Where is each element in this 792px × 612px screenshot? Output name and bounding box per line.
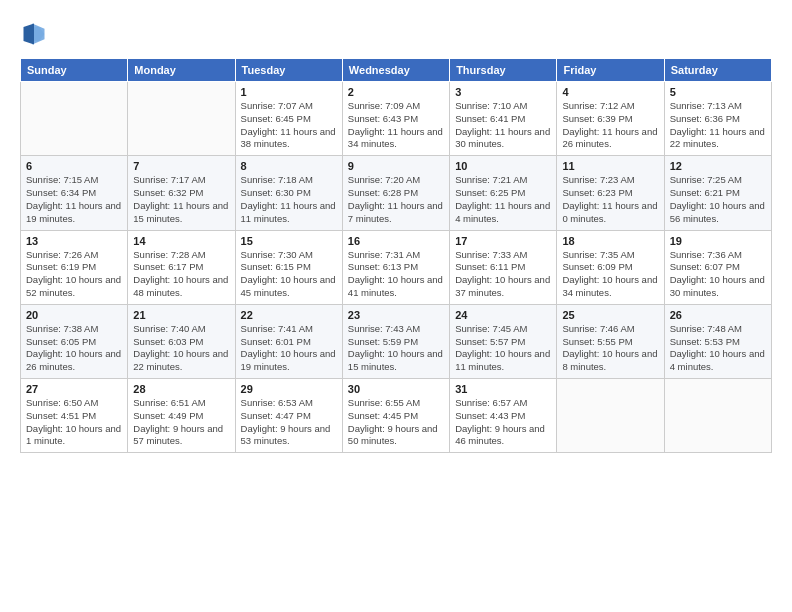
calendar-cell: 6Sunrise: 7:15 AMSunset: 6:34 PMDaylight… (21, 156, 128, 230)
day-number: 9 (348, 160, 444, 172)
calendar-cell: 2Sunrise: 7:09 AMSunset: 6:43 PMDaylight… (342, 82, 449, 156)
day-number: 5 (670, 86, 766, 98)
day-detail: Sunrise: 7:28 AMSunset: 6:17 PMDaylight:… (133, 249, 229, 300)
day-detail: Sunrise: 6:53 AMSunset: 4:47 PMDaylight:… (241, 397, 337, 448)
day-detail: Sunrise: 7:15 AMSunset: 6:34 PMDaylight:… (26, 174, 122, 225)
day-detail: Sunrise: 7:45 AMSunset: 5:57 PMDaylight:… (455, 323, 551, 374)
day-detail: Sunrise: 6:57 AMSunset: 4:43 PMDaylight:… (455, 397, 551, 448)
day-number: 4 (562, 86, 658, 98)
calendar-cell: 12Sunrise: 7:25 AMSunset: 6:21 PMDayligh… (664, 156, 771, 230)
calendar-cell: 29Sunrise: 6:53 AMSunset: 4:47 PMDayligh… (235, 379, 342, 453)
svg-marker-3 (24, 24, 35, 45)
day-detail: Sunrise: 7:33 AMSunset: 6:11 PMDaylight:… (455, 249, 551, 300)
day-number: 11 (562, 160, 658, 172)
calendar-header-wednesday: Wednesday (342, 59, 449, 82)
calendar-cell: 15Sunrise: 7:30 AMSunset: 6:15 PMDayligh… (235, 230, 342, 304)
calendar-cell: 30Sunrise: 6:55 AMSunset: 4:45 PMDayligh… (342, 379, 449, 453)
calendar-cell (557, 379, 664, 453)
day-number: 31 (455, 383, 551, 395)
day-detail: Sunrise: 7:20 AMSunset: 6:28 PMDaylight:… (348, 174, 444, 225)
calendar-week-3: 13Sunrise: 7:26 AMSunset: 6:19 PMDayligh… (21, 230, 772, 304)
day-number: 20 (26, 309, 122, 321)
calendar-cell: 11Sunrise: 7:23 AMSunset: 6:23 PMDayligh… (557, 156, 664, 230)
day-number: 14 (133, 235, 229, 247)
day-detail: Sunrise: 7:17 AMSunset: 6:32 PMDaylight:… (133, 174, 229, 225)
calendar-cell: 27Sunrise: 6:50 AMSunset: 4:51 PMDayligh… (21, 379, 128, 453)
calendar-cell: 19Sunrise: 7:36 AMSunset: 6:07 PMDayligh… (664, 230, 771, 304)
calendar-week-1: 1Sunrise: 7:07 AMSunset: 6:45 PMDaylight… (21, 82, 772, 156)
calendar-cell: 7Sunrise: 7:17 AMSunset: 6:32 PMDaylight… (128, 156, 235, 230)
day-detail: Sunrise: 7:12 AMSunset: 6:39 PMDaylight:… (562, 100, 658, 151)
calendar-header-tuesday: Tuesday (235, 59, 342, 82)
day-detail: Sunrise: 7:23 AMSunset: 6:23 PMDaylight:… (562, 174, 658, 225)
calendar-cell: 5Sunrise: 7:13 AMSunset: 6:36 PMDaylight… (664, 82, 771, 156)
calendar-cell: 1Sunrise: 7:07 AMSunset: 6:45 PMDaylight… (235, 82, 342, 156)
calendar-cell: 22Sunrise: 7:41 AMSunset: 6:01 PMDayligh… (235, 304, 342, 378)
day-detail: Sunrise: 6:50 AMSunset: 4:51 PMDaylight:… (26, 397, 122, 448)
day-detail: Sunrise: 7:43 AMSunset: 5:59 PMDaylight:… (348, 323, 444, 374)
day-detail: Sunrise: 7:48 AMSunset: 5:53 PMDaylight:… (670, 323, 766, 374)
day-number: 19 (670, 235, 766, 247)
day-detail: Sunrise: 7:25 AMSunset: 6:21 PMDaylight:… (670, 174, 766, 225)
day-detail: Sunrise: 7:40 AMSunset: 6:03 PMDaylight:… (133, 323, 229, 374)
day-detail: Sunrise: 7:26 AMSunset: 6:19 PMDaylight:… (26, 249, 122, 300)
calendar-cell: 8Sunrise: 7:18 AMSunset: 6:30 PMDaylight… (235, 156, 342, 230)
day-number: 21 (133, 309, 229, 321)
day-detail: Sunrise: 7:18 AMSunset: 6:30 PMDaylight:… (241, 174, 337, 225)
day-detail: Sunrise: 7:10 AMSunset: 6:41 PMDaylight:… (455, 100, 551, 151)
day-detail: Sunrise: 7:13 AMSunset: 6:36 PMDaylight:… (670, 100, 766, 151)
day-number: 13 (26, 235, 122, 247)
day-detail: Sunrise: 7:31 AMSunset: 6:13 PMDaylight:… (348, 249, 444, 300)
calendar-cell: 14Sunrise: 7:28 AMSunset: 6:17 PMDayligh… (128, 230, 235, 304)
day-detail: Sunrise: 7:07 AMSunset: 6:45 PMDaylight:… (241, 100, 337, 151)
day-number: 24 (455, 309, 551, 321)
calendar-header-saturday: Saturday (664, 59, 771, 82)
day-number: 28 (133, 383, 229, 395)
day-number: 1 (241, 86, 337, 98)
calendar-cell: 23Sunrise: 7:43 AMSunset: 5:59 PMDayligh… (342, 304, 449, 378)
day-detail: Sunrise: 6:51 AMSunset: 4:49 PMDaylight:… (133, 397, 229, 448)
calendar-cell: 21Sunrise: 7:40 AMSunset: 6:03 PMDayligh… (128, 304, 235, 378)
logo-icon (20, 20, 48, 48)
calendar-cell: 24Sunrise: 7:45 AMSunset: 5:57 PMDayligh… (450, 304, 557, 378)
calendar-header-sunday: Sunday (21, 59, 128, 82)
day-number: 10 (455, 160, 551, 172)
calendar-cell: 28Sunrise: 6:51 AMSunset: 4:49 PMDayligh… (128, 379, 235, 453)
calendar-cell: 4Sunrise: 7:12 AMSunset: 6:39 PMDaylight… (557, 82, 664, 156)
calendar-cell (128, 82, 235, 156)
day-number: 27 (26, 383, 122, 395)
calendar-header-row: SundayMondayTuesdayWednesdayThursdayFrid… (21, 59, 772, 82)
logo (20, 20, 52, 48)
calendar-week-5: 27Sunrise: 6:50 AMSunset: 4:51 PMDayligh… (21, 379, 772, 453)
header (20, 20, 772, 48)
calendar-cell: 25Sunrise: 7:46 AMSunset: 5:55 PMDayligh… (557, 304, 664, 378)
day-number: 23 (348, 309, 444, 321)
day-number: 22 (241, 309, 337, 321)
calendar-cell: 13Sunrise: 7:26 AMSunset: 6:19 PMDayligh… (21, 230, 128, 304)
day-detail: Sunrise: 7:35 AMSunset: 6:09 PMDaylight:… (562, 249, 658, 300)
calendar-header-monday: Monday (128, 59, 235, 82)
day-number: 15 (241, 235, 337, 247)
day-detail: Sunrise: 7:41 AMSunset: 6:01 PMDaylight:… (241, 323, 337, 374)
day-number: 7 (133, 160, 229, 172)
calendar-week-4: 20Sunrise: 7:38 AMSunset: 6:05 PMDayligh… (21, 304, 772, 378)
calendar-cell: 10Sunrise: 7:21 AMSunset: 6:25 PMDayligh… (450, 156, 557, 230)
day-number: 6 (26, 160, 122, 172)
calendar-table: SundayMondayTuesdayWednesdayThursdayFrid… (20, 58, 772, 453)
calendar-cell: 20Sunrise: 7:38 AMSunset: 6:05 PMDayligh… (21, 304, 128, 378)
day-number: 17 (455, 235, 551, 247)
calendar-cell (664, 379, 771, 453)
calendar-header-thursday: Thursday (450, 59, 557, 82)
calendar-header-friday: Friday (557, 59, 664, 82)
day-detail: Sunrise: 7:30 AMSunset: 6:15 PMDaylight:… (241, 249, 337, 300)
calendar-cell: 9Sunrise: 7:20 AMSunset: 6:28 PMDaylight… (342, 156, 449, 230)
calendar-cell: 31Sunrise: 6:57 AMSunset: 4:43 PMDayligh… (450, 379, 557, 453)
day-number: 16 (348, 235, 444, 247)
day-number: 29 (241, 383, 337, 395)
day-number: 12 (670, 160, 766, 172)
page: SundayMondayTuesdayWednesdayThursdayFrid… (0, 0, 792, 463)
calendar-cell: 16Sunrise: 7:31 AMSunset: 6:13 PMDayligh… (342, 230, 449, 304)
day-number: 25 (562, 309, 658, 321)
day-detail: Sunrise: 7:21 AMSunset: 6:25 PMDaylight:… (455, 174, 551, 225)
calendar-cell: 18Sunrise: 7:35 AMSunset: 6:09 PMDayligh… (557, 230, 664, 304)
